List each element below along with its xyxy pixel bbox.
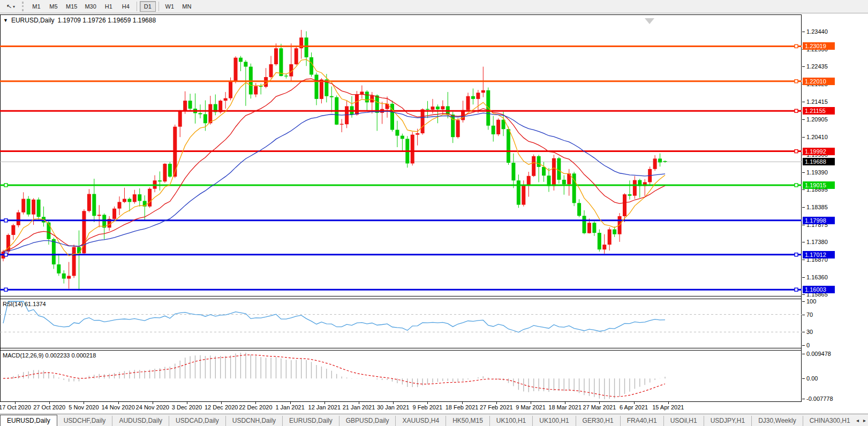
timeframe-button-m30[interactable]: M30 <box>81 1 99 12</box>
level-price-badge: 1.19992 <box>803 148 835 155</box>
date-label: 30 Jan 2021 <box>377 404 410 410</box>
timeframe-button-w1[interactable]: W1 <box>162 1 178 12</box>
level-price-badge: 1.19015 <box>803 181 835 189</box>
date-label: 12 Jan 2021 <box>308 404 341 410</box>
price-tick-label: 1.23440 <box>802 28 868 35</box>
date-label: 12 Dec 2020 <box>205 404 238 410</box>
date-label: 15 Apr 2021 <box>652 404 684 410</box>
date-axis[interactable]: 17 Oct 202027 Oct 20205 Nov 202014 Nov 2… <box>0 402 868 414</box>
chart-tab-usdchf-daily[interactable]: USDCHF,Daily <box>57 416 113 426</box>
macd-signal-line <box>3 355 665 397</box>
candles-layer <box>2 30 667 291</box>
current-price-badge: 1.19688 <box>803 158 835 165</box>
toolbar-grip-handle[interactable] <box>22 2 26 11</box>
chart-symbol-label: EURUSD,Daily <box>11 17 55 24</box>
timeframe-button-m1[interactable]: M1 <box>28 1 44 12</box>
timeframe-button-h4[interactable]: H4 <box>118 1 134 12</box>
pointer-icon: ↖ <box>6 2 12 11</box>
level-price-badge: 1.23019 <box>803 42 835 50</box>
chart-tab-xauusd-h4[interactable]: XAUUSD,H4 <box>396 416 446 426</box>
date-label: 3 Dec 2020 <box>172 404 202 410</box>
rsi-indicator-label: RSI(14) 61.1374 <box>3 301 46 307</box>
macd-histogram <box>3 353 665 399</box>
date-label: 21 Jan 2021 <box>343 404 375 410</box>
timeframe-button-m15[interactable]: M15 <box>63 1 80 12</box>
scroll-tabs-right-button[interactable]: ▸ <box>863 417 866 423</box>
price-tick-label: 1.20410 <box>802 133 868 141</box>
chart-tab-dj30-weekly[interactable]: DJ30,Weekly <box>752 416 803 426</box>
trading-terminal: ↖ ▾ M1M5M15M30H1H4D1W1MN ▼ EURUSD,Daily … <box>0 0 868 426</box>
level-price-badge: 1.16003 <box>803 286 835 293</box>
main-panel-bottom-border <box>0 296 868 296</box>
chart-tab-hk50-m15[interactable]: HK50,M15 <box>446 416 490 426</box>
rsi-panel-bottom-border <box>0 348 868 348</box>
date-label: 22 Dec 2020 <box>239 404 272 410</box>
rsi-axis-label: 0 <box>802 341 868 349</box>
date-label: 18 Mar 2021 <box>548 404 582 410</box>
chart-window: ▼ EURUSD,Daily 1.19709 1.19726 1.19659 1… <box>0 13 868 426</box>
chart-tab-usdjpy-h1[interactable]: USDJPY,H1 <box>704 416 752 426</box>
date-label: 27 Oct 2020 <box>33 404 65 410</box>
chevron-down-icon: ▾ <box>13 4 15 9</box>
chart-tab-uk100-h1[interactable]: UK100,H1 <box>490 416 533 426</box>
date-label: 1 Jan 2021 <box>275 404 304 410</box>
macd-axis-label: 0.00 <box>802 375 868 382</box>
chart-ohlc-values: 1.19709 1.19726 1.19659 1.19688 <box>58 17 156 24</box>
timeframe-button-mn[interactable]: MN <box>179 1 195 12</box>
timeframe-button-h1[interactable]: H1 <box>101 1 117 12</box>
price-tick-label: 1.20905 <box>802 116 868 123</box>
rsi-line <box>3 301 665 332</box>
support-resistance-lines[interactable] <box>0 44 802 291</box>
macd-values: 0.002233 0.000218 <box>45 352 96 359</box>
price-tick-label: 1.19390 <box>802 169 868 176</box>
price-tick-label: 1.18385 <box>802 203 868 211</box>
date-label: 17 Oct 2020 <box>0 404 31 410</box>
level-price-badge: 1.22010 <box>803 78 835 85</box>
chart-tab-ger30-h1[interactable]: GER30,H1 <box>576 416 621 426</box>
date-label: 5 Nov 2020 <box>69 404 99 410</box>
cursor-tool-button[interactable]: ↖ ▾ <box>2 1 20 12</box>
chart-tab-eurusd-daily[interactable]: EURUSD,Daily <box>0 415 57 426</box>
rsi-axis-label: 30 <box>802 328 868 336</box>
price-axis[interactable]: 1.234401.229301.224351.219251.214151.209… <box>802 13 868 402</box>
date-label: 6 Apr 2021 <box>620 404 648 410</box>
chart-title: ▼ EURUSD,Daily 1.19709 1.19726 1.19659 1… <box>3 17 156 24</box>
ma-line-fast <box>3 59 665 256</box>
date-label: 14 Nov 2020 <box>101 404 134 410</box>
timeframe-button-m5[interactable]: M5 <box>46 1 62 12</box>
macd-panel[interactable] <box>0 351 802 402</box>
expand-symbol-list-icon[interactable]: ▼ <box>3 18 8 23</box>
level-price-badge: 1.21155 <box>803 107 835 115</box>
macd-axis-label: -0.007778 <box>802 395 868 402</box>
price-tick-label: 1.21415 <box>802 98 868 105</box>
chart-tab-bar: EURUSD,DailyUSDCHF,DailyAUDUSD,DailyUSDC… <box>0 414 868 426</box>
date-label: 27 Mar 2021 <box>583 404 616 410</box>
date-label: 9 Feb 2021 <box>413 404 443 410</box>
rsi-value: 61.1374 <box>25 301 46 307</box>
price-tick-label: 1.17380 <box>802 238 868 246</box>
macd-name: MACD(12,26,9) <box>3 352 43 359</box>
timeframe-toolbar: ↖ ▾ M1M5M15M30H1H4D1W1MN <box>0 0 868 13</box>
chart-tab-usdcad-daily[interactable]: USDCAD,Daily <box>169 416 226 426</box>
date-label: 27 Feb 2021 <box>480 404 513 410</box>
scroll-tabs-left-button[interactable]: ◂ <box>856 417 859 423</box>
rsi-axis-label: 70 <box>802 311 868 318</box>
chart-tab-usdcnh-daily[interactable]: USDCNH,Daily <box>226 416 283 426</box>
macd-indicator-label: MACD(12,26,9) 0.002233 0.000218 <box>3 352 96 359</box>
rsi-axis-label: 100 <box>802 298 868 305</box>
timeframe-button-d1[interactable]: D1 <box>140 1 156 12</box>
date-label: 9 Mar 2021 <box>516 404 546 410</box>
chart-tab-uk100-h1[interactable]: UK100,H1 <box>533 416 576 426</box>
chart-tab-eurusd-daily[interactable]: EURUSD,Daily <box>283 416 339 426</box>
rsi-panel[interactable] <box>0 299 802 348</box>
chart-tab-audusd-daily[interactable]: AUDUSD,Daily <box>112 416 169 426</box>
chart-tab-usoil-h1[interactable]: USOil,H1 <box>664 416 704 426</box>
timeframe-buttons: M1M5M15M30H1H4D1W1MN <box>28 1 195 12</box>
chart-tab-china300-h1[interactable]: CHINA300,H1 <box>803 416 857 426</box>
price-tick-label: 1.22435 <box>802 63 868 70</box>
chart-shift-marker[interactable] <box>645 18 654 24</box>
chart-tab-fra40-h1[interactable]: FRA40,H1 <box>621 416 664 426</box>
rsi-name: RSI(14) <box>3 301 23 307</box>
chart-tab-gbpusd-daily[interactable]: GBPUSD,Daily <box>339 416 396 426</box>
candlestick-chart-surface[interactable] <box>0 15 802 296</box>
